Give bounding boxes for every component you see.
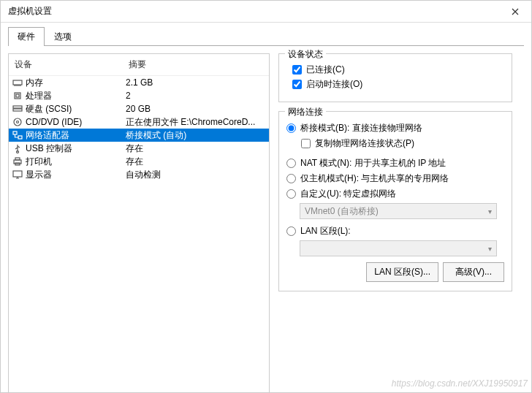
device-name: CD/DVD (IDE) — [26, 117, 82, 127]
cpu-icon — [12, 91, 23, 101]
device-name: 打印机 — [26, 156, 52, 168]
header-summary: 摘要 — [129, 58, 266, 71]
replicate-checkbox-row[interactable]: 复制物理网络连接状态(P) — [301, 137, 504, 150]
connected-checkbox[interactable] — [292, 65, 302, 75]
close-button[interactable] — [498, 1, 531, 23]
hostonly-radio[interactable] — [286, 174, 296, 183]
disk-icon — [12, 104, 23, 114]
display-icon — [12, 169, 23, 180]
connected-label: 已连接(C) — [306, 64, 345, 76]
device-summary: 桥接模式 (自动) — [126, 129, 266, 142]
cd-icon — [12, 117, 23, 127]
chevron-down-icon: ▾ — [488, 245, 492, 253]
replicate-label: 复制物理网络连接状态(P) — [315, 137, 414, 150]
custom-radio-row[interactable]: 自定义(U): 特定虚拟网络 — [286, 188, 504, 200]
nat-radio-row[interactable]: NAT 模式(N): 用于共享主机的 IP 地址 — [286, 157, 504, 169]
custom-label: 自定义(U): 特定虚拟网络 — [300, 188, 396, 200]
connect-at-power-checkbox-row[interactable]: 启动时连接(O) — [292, 78, 504, 91]
lanseg-radio-row[interactable]: LAN 区段(L): — [286, 225, 504, 237]
svg-rect-4 — [13, 109, 22, 111]
device-list-panel: 设备 摘要 内存 2.1 GB 处理器 2 硬盘 (SCSI) 20 GB CD… — [8, 53, 270, 393]
svg-rect-7 — [13, 131, 17, 134]
device-row[interactable]: 处理器 2 — [9, 89, 269, 102]
titlebar: 虚拟机设置 — [1, 1, 531, 23]
device-row[interactable]: 网络适配器 桥接模式 (自动) — [9, 129, 269, 142]
svg-rect-8 — [18, 136, 22, 139]
bridged-radio-row[interactable]: 桥接模式(B): 直接连接物理网络 — [286, 122, 504, 134]
device-name: 网络适配器 — [26, 129, 69, 142]
device-summary: 正在使用文件 E:\ChromeCoreD... — [126, 116, 266, 129]
custom-network-value: VMnet0 (自动桥接) — [305, 205, 379, 218]
device-row[interactable]: USB 控制器 存在 — [9, 142, 269, 155]
nat-radio[interactable] — [286, 159, 296, 168]
tab-bar: 硬件 选项 — [1, 23, 531, 46]
settings-panel: 设备状态 已连接(C) 启动时连接(O) 网络连接 桥接模式(B): 直接连接物… — [278, 53, 512, 393]
network-connection-group: 网络连接 桥接模式(B): 直接连接物理网络 复制物理网络连接状态(P) NAT… — [278, 111, 512, 291]
lanseg-label: LAN 区段(L): — [300, 225, 351, 237]
tab-options[interactable]: 选项 — [45, 27, 81, 46]
device-row[interactable]: 硬盘 (SCSI) 20 GB — [9, 102, 269, 115]
custom-radio[interactable] — [286, 189, 296, 199]
device-name: 内存 — [26, 77, 43, 89]
usb-icon — [12, 143, 23, 153]
device-summary: 自动检测 — [126, 169, 266, 181]
custom-network-combo[interactable]: VMnet0 (自动桥接) ▾ — [300, 203, 497, 219]
hostonly-label: 仅主机模式(H): 与主机共享的专用网络 — [300, 172, 449, 185]
bridged-radio[interactable] — [286, 123, 296, 133]
device-summary: 20 GB — [126, 104, 266, 114]
svg-rect-2 — [16, 94, 19, 97]
device-name: 显示器 — [26, 169, 52, 181]
svg-point-6 — [17, 121, 19, 123]
device-summary: 2 — [126, 91, 266, 101]
device-list: 内存 2.1 GB 处理器 2 硬盘 (SCSI) 20 GB CD/DVD (… — [9, 76, 269, 181]
device-name: 处理器 — [26, 90, 52, 102]
window-title: 虚拟机设置 — [8, 5, 52, 18]
connect-at-power-label: 启动时连接(O) — [306, 78, 362, 91]
lanseg-combo[interactable]: ▾ — [300, 240, 497, 256]
lan-segments-button[interactable]: LAN 区段(S)... — [366, 262, 438, 282]
nat-label: NAT 模式(N): 用于共享主机的 IP 地址 — [300, 157, 446, 169]
lanseg-radio[interactable] — [286, 226, 296, 236]
device-summary: 存在 — [126, 156, 266, 168]
device-row[interactable]: 打印机 存在 — [9, 155, 269, 168]
advanced-button[interactable]: 高级(V)... — [443, 262, 504, 282]
connect-at-power-checkbox[interactable] — [292, 80, 302, 89]
replicate-checkbox[interactable] — [301, 139, 311, 148]
svg-rect-13 — [13, 171, 22, 177]
svg-rect-3 — [13, 106, 22, 108]
network-icon — [12, 130, 23, 140]
device-name: 硬盘 (SCSI) — [26, 103, 72, 115]
device-row[interactable]: 显示器 自动检测 — [9, 168, 269, 181]
device-row[interactable]: CD/DVD (IDE) 正在使用文件 E:\ChromeCoreD... — [9, 115, 269, 129]
header-device: 设备 — [12, 58, 129, 71]
svg-point-5 — [14, 118, 21, 126]
svg-rect-11 — [15, 158, 20, 160]
device-name: USB 控制器 — [26, 142, 72, 155]
close-icon — [512, 8, 519, 15]
device-summary: 存在 — [126, 142, 266, 155]
bridged-label: 桥接模式(B): 直接连接物理网络 — [300, 122, 422, 134]
network-button-row: LAN 区段(S)... 高级(V)... — [286, 262, 504, 282]
tab-hardware[interactable]: 硬件 — [8, 27, 45, 46]
device-list-header: 设备 摘要 — [9, 54, 269, 76]
printer-icon — [12, 156, 23, 167]
device-status-title: 设备状态 — [285, 48, 326, 61]
device-status-group: 设备状态 已连接(C) 启动时连接(O) — [278, 53, 512, 102]
hostonly-radio-row[interactable]: 仅主机模式(H): 与主机共享的专用网络 — [286, 172, 504, 185]
device-summary: 2.1 GB — [126, 77, 266, 88]
svg-rect-0 — [13, 80, 22, 85]
device-row[interactable]: 内存 2.1 GB — [9, 76, 269, 89]
svg-rect-1 — [15, 93, 20, 99]
content: 设备 摘要 内存 2.1 GB 处理器 2 硬盘 (SCSI) 20 GB CD… — [1, 46, 531, 393]
network-connection-title: 网络连接 — [285, 106, 326, 118]
chevron-down-icon: ▾ — [488, 207, 492, 215]
memory-icon — [12, 77, 23, 88]
connected-checkbox-row[interactable]: 已连接(C) — [292, 64, 504, 76]
